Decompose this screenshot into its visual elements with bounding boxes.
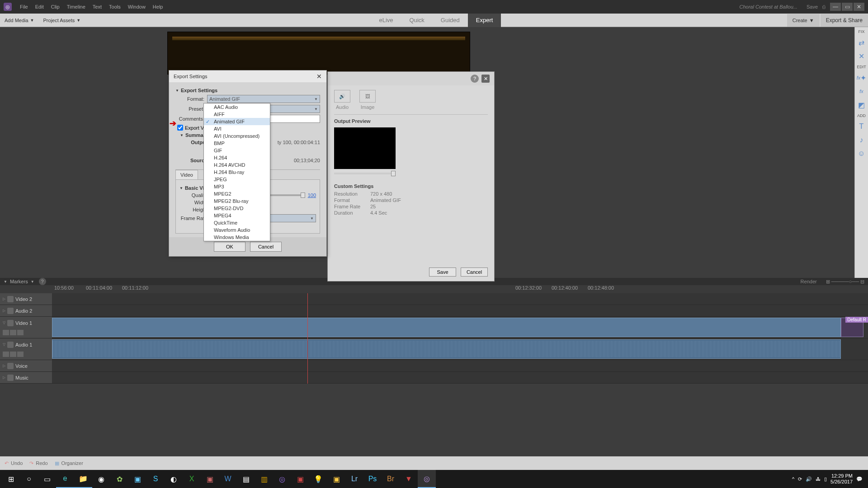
menu-help[interactable]: Help [149,4,167,9]
export-settings-section[interactable]: Export Settings [175,88,320,93]
menu-edit[interactable]: Edit [32,4,47,9]
format-option[interactable]: H.264 Blu-ray [204,169,270,176]
timeline-zoom-icon[interactable]: ⊞ ─────○── ⊟ [826,279,864,285]
menu-window[interactable]: Window [124,4,149,9]
menu-clip[interactable]: Clip [47,4,63,9]
tray-network-icon[interactable]: 🖧 [816,476,821,482]
mode-elive[interactable]: eLive [371,14,401,27]
lightroom-icon[interactable]: Lr [345,470,363,488]
skype-icon[interactable]: S [146,470,165,488]
output-save-button[interactable]: Save [429,267,456,277]
render-button[interactable]: Render [801,279,817,284]
track-btn[interactable] [10,352,16,357]
menu-text[interactable]: Text [89,4,105,9]
eye-icon[interactable] [7,320,14,326]
save-button[interactable]: Save [807,4,818,9]
image-output-button[interactable]: 🖼Image [359,90,376,110]
format-option[interactable]: JPEG [204,176,270,183]
track-audio1-body[interactable] [52,338,868,360]
markers-button[interactable]: Markers [7,279,31,284]
mode-guided[interactable]: Guided [433,14,468,27]
format-option[interactable]: Waveform Audio [204,226,270,234]
quality-value[interactable]: 100 [308,192,316,198]
fx-icon[interactable]: fx✦ [857,73,867,83]
help-icon[interactable]: ? [471,75,479,83]
excel-icon[interactable]: X [183,470,201,488]
cancel-button[interactable]: Cancel [250,242,282,252]
format-option[interactable]: MPEG2 Blu-ray [204,197,270,205]
playhead[interactable] [307,293,308,384]
track-btn[interactable] [3,330,9,335]
format-option[interactable]: Animated GIF [204,118,270,125]
premiere-elements-icon[interactable]: ◎ [418,470,436,488]
mode-quick[interactable]: Quick [401,14,433,27]
undo-button[interactable]: ↶Undo [5,460,23,466]
app-icon-8[interactable]: ▣ [291,470,309,488]
app-icon-11[interactable]: ▼ [400,470,418,488]
tools-icon[interactable]: ✕ [857,51,867,61]
track-btn[interactable] [17,330,24,335]
chrome-icon[interactable]: ◉ [92,470,110,488]
format-option[interactable]: MPEG4 [204,212,270,219]
preview-slider[interactable] [334,173,396,174]
close-icon[interactable]: ✕ [481,75,490,83]
format-option[interactable]: AAC Audio [204,103,270,111]
app-icon-1[interactable]: ✿ [110,470,128,488]
video-clip[interactable] [52,318,841,337]
music-icon[interactable]: ♪ [857,135,867,145]
format-option[interactable]: MPEG2 [204,190,270,197]
window-close[interactable]: ✕ [854,3,864,11]
word-icon[interactable]: W [219,470,237,488]
bridge-icon[interactable]: Br [382,470,400,488]
video-tab[interactable]: Video [175,170,198,179]
output-cancel-button[interactable]: Cancel [461,267,488,277]
timeline-ruler[interactable]: 10:56:00 00:11:04:00 00:11:12:00 00:12:3… [0,285,868,293]
track-btn[interactable] [3,352,9,357]
notifications-icon[interactable]: 💬 [856,476,863,482]
tray-sync-icon[interactable]: ⟳ [798,476,802,482]
track-video2-body[interactable] [52,293,868,305]
track-voice-body[interactable] [52,360,868,371]
add-media-button[interactable]: Add Media▼ [0,14,39,27]
redo-button[interactable]: ↷Redo [29,460,47,466]
app-icon-3[interactable]: ◐ [165,470,183,488]
format-option[interactable]: MPEG2-DVD [204,205,270,212]
mode-expert[interactable]: Expert [468,14,501,27]
edge-icon[interactable]: e [56,470,74,488]
audio-output-button[interactable]: 🔊Audio [334,90,350,110]
tray-volume-icon[interactable]: 🔊 [806,476,812,482]
format-option[interactable]: H.264 AVCHD [204,161,270,169]
format-option[interactable]: AVI [204,125,270,132]
smiley-icon[interactable]: ☺ [857,149,867,159]
format-option[interactable]: BMP [204,140,270,147]
audio-clip[interactable] [52,339,841,359]
photoshop-icon[interactable]: Ps [363,470,382,488]
cortana-icon[interactable]: ○ [20,470,38,488]
close-icon[interactable]: ✕ [316,73,322,80]
menu-file[interactable]: File [16,4,32,9]
organizer-button[interactable]: ▦Organizer [55,460,83,466]
tray-battery-icon[interactable]: ▯ [824,476,827,482]
format-option[interactable]: Windows Media [204,234,270,241]
format-option[interactable]: QuickTime [204,219,270,226]
dialog-titlebar[interactable]: Export Settings ✕ [169,70,326,82]
track-video1-body[interactable]: Default R [52,317,868,338]
menu-timeline[interactable]: Timeline [63,4,89,9]
project-assets-button[interactable]: Project Assets▼ [39,14,85,27]
ok-button[interactable]: OK [214,242,245,252]
taskbar-clock[interactable]: 12:29 PM 5/26/2017 [830,473,853,485]
format-option[interactable]: GIF [204,147,270,154]
text-icon[interactable]: T [857,122,867,131]
task-view-icon[interactable]: ▭ [38,470,56,488]
help-icon[interactable]: ? [39,278,46,285]
adjust-icon[interactable]: ⇄ [857,38,867,47]
format-combobox[interactable]: Animated GIF▼ [207,95,320,103]
format-option[interactable]: AIFF [204,111,270,118]
color-icon[interactable]: ◩ [857,100,867,110]
explorer-icon[interactable]: 📁 [74,470,92,488]
track-btn[interactable] [17,352,24,357]
app-icon-2[interactable]: ▣ [128,470,146,488]
system-tray[interactable]: ^ ⟳ 🔊 🖧 ▯ 12:29 PM 5/26/2017 💬 [792,473,866,485]
app-icon-5[interactable]: ▤ [237,470,255,488]
export-share-button[interactable]: Export & Share [821,14,868,27]
